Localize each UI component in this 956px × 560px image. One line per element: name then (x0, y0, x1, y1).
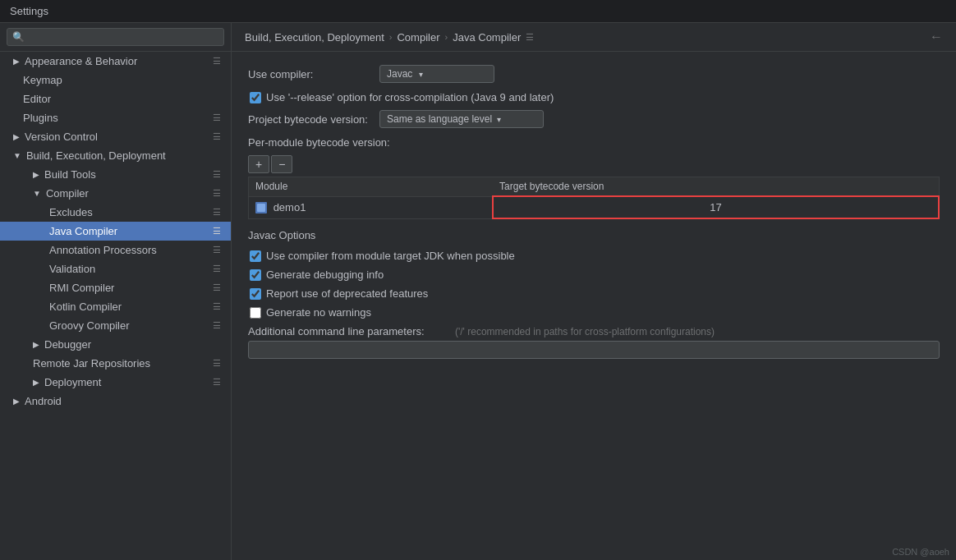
chevron-down-icon: ▼ (13, 151, 21, 160)
sidebar-item-editor[interactable]: Editor (0, 90, 231, 108)
sidebar-item-android[interactable]: ▶ Android (0, 392, 231, 411)
per-module-label: Per-module bytecode version: (248, 136, 940, 149)
sidebar-item-appearance[interactable]: ▶ Appearance & Behavior ☰ (0, 52, 231, 71)
sidebar-item-label: Keymap (23, 74, 62, 86)
cross-compile-checkbox[interactable] (250, 92, 261, 103)
breadcrumb-sep-1: › (389, 32, 393, 42)
sidebar-item-keymap[interactable]: Keymap (0, 71, 231, 90)
breadcrumb-part-1: Build, Execution, Deployment (245, 31, 384, 44)
project-bytecode-dropdown[interactable]: Same as language level ▾ (379, 110, 544, 128)
sidebar-end-icon: ☰ (213, 169, 221, 180)
back-button[interactable]: ← (930, 30, 943, 44)
sidebar-end-icon: ☰ (213, 188, 221, 199)
sidebar-end-icon: ☰ (213, 207, 221, 218)
bytecode-version-value: Same as language level (387, 113, 492, 125)
sidebar-item-label: Compiler (46, 187, 89, 200)
sidebar-item-debugger[interactable]: ▶ Debugger (0, 335, 231, 354)
use-compiler-module-row: Use compiler from module target JDK when… (248, 250, 940, 262)
sidebar-end-icon: ☰ (213, 358, 221, 369)
breadcrumb-menu-icon[interactable]: ☰ (526, 32, 534, 43)
module-cell: demo1 (249, 196, 494, 218)
add-module-button[interactable]: + (248, 155, 269, 173)
sidebar-end-icon: ☰ (213, 245, 221, 255)
module-name: demo1 (273, 201, 306, 213)
cross-compile-label: Use '--release' option for cross-compila… (266, 91, 554, 103)
dropdown-arrow-icon: ▾ (419, 70, 423, 79)
table-row: demo1 17 (249, 196, 940, 218)
breadcrumb: Build, Execution, Deployment › Compiler … (232, 23, 956, 52)
sidebar-item-label: Excludes (49, 206, 93, 218)
sidebar-item-compiler[interactable]: ▼ Compiler ☰ (0, 184, 231, 203)
additional-cmd-input[interactable] (248, 341, 940, 359)
generate-debug-row: Generate debugging info (248, 269, 940, 281)
sidebar-item-label: Android (25, 395, 62, 407)
sidebar-end-icon: ☰ (213, 282, 221, 293)
sidebar-item-plugins[interactable]: Plugins ☰ (0, 108, 231, 127)
sidebar-item-label: Annotation Processors (49, 244, 157, 256)
generate-no-warnings-checkbox[interactable] (250, 307, 261, 319)
sidebar-end-icon: ☰ (213, 112, 221, 123)
additional-cmd-hint: ('/' recommended in paths for cross-plat… (455, 326, 715, 337)
use-compiler-module-checkbox[interactable] (250, 250, 261, 262)
sidebar-item-annotationprocessors[interactable]: Annotation Processors ☰ (0, 241, 231, 259)
breadcrumb-part-2: Compiler (397, 31, 439, 44)
javac-options-title: Javac Options (248, 229, 940, 241)
sidebar-end-icon: ☰ (213, 301, 221, 312)
sidebar-item-buildtools[interactable]: ▶ Build Tools ☰ (0, 165, 231, 184)
cross-compile-row: Use '--release' option for cross-compila… (248, 91, 940, 103)
module-column-header: Module (249, 177, 494, 197)
module-icon (255, 202, 267, 213)
bytecode-toolbar: + − (248, 155, 940, 173)
sidebar-item-label: Debugger (44, 338, 91, 351)
use-compiler-label: Use compiler: (248, 68, 379, 80)
sidebar-item-label: Build, Execution, Deployment (26, 149, 166, 162)
sidebar-item-groovycompiler[interactable]: Groovy Compiler ☰ (0, 316, 231, 335)
sidebar-item-label: RMI Compiler (49, 282, 114, 294)
sidebar-search-input[interactable] (7, 28, 224, 46)
sidebar-item-label: Kotlin Compiler (49, 301, 122, 313)
generate-no-warnings-row: Generate no warnings (248, 306, 940, 319)
sidebar-end-icon: ☰ (213, 264, 221, 274)
sidebar-item-label: Build Tools (44, 168, 96, 181)
sidebar-item-label: Remote Jar Repositories (33, 357, 150, 370)
sidebar-item-label: Version Control (25, 131, 98, 143)
sidebar-item-validation[interactable]: Validation ☰ (0, 259, 231, 278)
bytecode-table: Module Target bytecode version demo1 17 (248, 177, 940, 219)
sidebar-item-kotlincompiler[interactable]: Kotlin Compiler ☰ (0, 297, 231, 316)
breadcrumb-part-3: Java Compiler (453, 31, 521, 44)
sidebar-item-versioncontrol[interactable]: ▶ Version Control ☰ (0, 127, 231, 146)
chevron-right-icon: ▶ (13, 57, 20, 66)
sidebar-item-excludes[interactable]: Excludes ☰ (0, 203, 231, 222)
sidebar-item-remotejar[interactable]: Remote Jar Repositories ☰ (0, 354, 231, 373)
title-label: Settings (10, 5, 48, 17)
sidebar-end-icon: ☰ (213, 377, 221, 388)
sidebar-item-build[interactable]: ▼ Build, Execution, Deployment (0, 146, 231, 165)
compiler-select-value: Javac (387, 68, 412, 80)
breadcrumb-sep-2: › (445, 32, 448, 42)
sidebar-item-rmicompiler[interactable]: RMI Compiler ☰ (0, 278, 231, 297)
sidebar-item-label: Deployment (44, 376, 101, 388)
additional-cmd-input-container (248, 341, 940, 359)
chevron-right-icon: ▶ (33, 170, 39, 179)
use-compiler-row: Use compiler: Javac ▾ (248, 65, 940, 83)
report-deprecated-checkbox[interactable] (250, 288, 261, 300)
sidebar-item-label: Plugins (23, 112, 58, 124)
remove-module-button[interactable]: − (271, 155, 292, 173)
target-bytecode-column-header: Target bytecode version (493, 177, 939, 197)
chevron-right-icon: ▶ (13, 132, 20, 141)
sidebar-end-icon: ☰ (213, 131, 221, 142)
watermark: CSDN @aoeh (892, 547, 949, 557)
generate-debug-checkbox[interactable] (250, 269, 261, 281)
chevron-right-icon: ▶ (33, 340, 39, 349)
chevron-right-icon: ▶ (13, 397, 20, 406)
sidebar-item-label: Validation (49, 263, 95, 275)
compiler-select[interactable]: Javac ▾ (379, 65, 494, 83)
per-module-section: Per-module bytecode version: + − Module … (248, 136, 940, 219)
sidebar-end-icon: ☰ (213, 226, 221, 236)
project-bytecode-label: Project bytecode version: (248, 113, 379, 126)
sidebar-item-deployment[interactable]: ▶ Deployment ☰ (0, 373, 231, 392)
chevron-right-icon: ▶ (33, 378, 39, 387)
target-bytecode-cell[interactable]: 17 (493, 196, 939, 218)
sidebar-item-javacompiler[interactable]: Java Compiler ☰ (0, 222, 231, 241)
sidebar-end-icon: ☰ (213, 320, 221, 331)
